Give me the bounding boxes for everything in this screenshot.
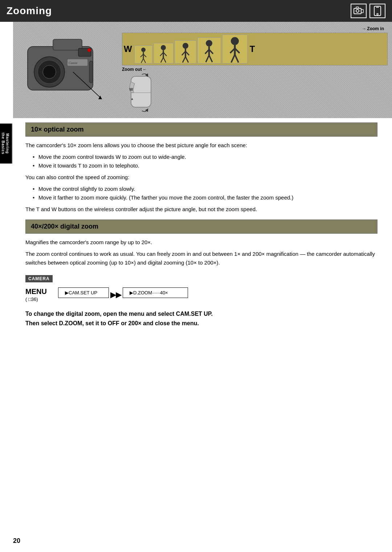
svg-point-37 bbox=[206, 40, 212, 47]
menu-box1: ▶CAM.SET UP bbox=[58, 287, 109, 298]
title-icons bbox=[351, 4, 385, 18]
svg-point-19 bbox=[141, 48, 146, 52]
content-area: 10× optical zoom The camcorder's 10× zoo… bbox=[25, 122, 377, 328]
svg-rect-8 bbox=[53, 39, 82, 50]
svg-line-36 bbox=[185, 57, 188, 63]
menu-area: MENU ( □36) ▶CAM.SET UP ▶▶ ▶D.ZOOM······… bbox=[25, 287, 377, 302]
zoom-strip-container: → Zoom in W bbox=[122, 22, 392, 118]
menu-label: MENU bbox=[25, 287, 58, 296]
sidebar-label: Mastering the Basics bbox=[0, 124, 10, 164]
svg-point-25 bbox=[161, 45, 166, 50]
camera-badge: CAMERA bbox=[25, 275, 53, 282]
svg-line-30 bbox=[163, 57, 166, 63]
svg-point-31 bbox=[183, 43, 188, 49]
figure-4 bbox=[197, 37, 221, 64]
svg-rect-6 bbox=[376, 7, 379, 8]
zoom-in-row: → Zoom in bbox=[122, 26, 388, 31]
menu-box2-text: ▶D.ZOOM······40× bbox=[130, 290, 168, 295]
svg-point-15 bbox=[87, 48, 91, 52]
svg-point-11 bbox=[43, 65, 56, 78]
bottom-instruction: To change the digital zoom, open the men… bbox=[25, 309, 377, 328]
zoom-out-label: Zoom out bbox=[122, 67, 142, 72]
svg-line-23 bbox=[141, 59, 143, 63]
w-label: W bbox=[124, 44, 132, 54]
svg-line-41 bbox=[206, 55, 209, 62]
menu-ref: ( □36) bbox=[25, 297, 38, 302]
menu-box2: ▶D.ZOOM······40× bbox=[123, 287, 188, 298]
svg-point-2 bbox=[356, 9, 359, 12]
zoom-out-row: Zoom out ← bbox=[122, 67, 388, 72]
svg-line-42 bbox=[209, 55, 212, 62]
zoom-figures-row: W T bbox=[122, 33, 388, 65]
svg-point-43 bbox=[231, 37, 239, 45]
zoom-in-arrow: → bbox=[362, 26, 366, 31]
menu-label-col: MENU ( □36) bbox=[25, 287, 58, 302]
main-image-area: Canon → Zoom in W bbox=[13, 22, 392, 118]
figure-1 bbox=[134, 45, 152, 64]
bullet-item: Move it towards T to zoom in to telephot… bbox=[33, 161, 377, 170]
section2-header: 40×/200× digital zoom bbox=[25, 219, 377, 234]
section2-para1: Magnifies the camcorder's zoom range by … bbox=[25, 238, 377, 247]
figure-3 bbox=[175, 40, 196, 64]
svg-rect-1 bbox=[356, 7, 359, 8]
section1-para3: The T and W buttons on the wireless cont… bbox=[25, 205, 377, 214]
section1-header: 10× optical zoom bbox=[25, 122, 377, 137]
zoom-in-label: Zoom in bbox=[367, 26, 384, 31]
sidebar-line2 bbox=[12, 124, 12, 164]
sidebar-label-line1: Mastering bbox=[5, 133, 9, 154]
svg-line-48 bbox=[235, 55, 238, 63]
bullet-item: Move it farther to zoom more quickly. (T… bbox=[33, 193, 377, 202]
section2-para2: The zoom control continues to work as us… bbox=[25, 250, 377, 267]
svg-text:W: W bbox=[129, 87, 133, 92]
section1-bullets2: Move the control slightly to zoom slowly… bbox=[33, 185, 377, 202]
svg-line-29 bbox=[161, 57, 163, 63]
svg-rect-16 bbox=[89, 61, 93, 83]
svg-point-5 bbox=[377, 13, 378, 15]
zoom-out-arrow: ← bbox=[143, 67, 147, 72]
figure-5 bbox=[222, 35, 248, 64]
page-title: Zooming bbox=[7, 5, 52, 17]
bullet-item: Move the control slightly to zoom slowly… bbox=[33, 185, 377, 193]
svg-line-24 bbox=[143, 59, 146, 63]
camera-illustration: Canon bbox=[17, 25, 122, 116]
section1-para1: The camcorder's 10× zoom lens allows you… bbox=[25, 141, 377, 150]
svg-line-35 bbox=[183, 57, 185, 63]
zoom-rocker-illustration: W ▲ bbox=[126, 73, 158, 113]
svg-text:Canon: Canon bbox=[69, 61, 78, 65]
figure-2 bbox=[154, 43, 173, 64]
menu-box1-text: ▶CAM.SET UP bbox=[65, 290, 97, 295]
title-bar: Zooming bbox=[0, 0, 392, 22]
section1-bullets1: Move the zoom control towards W to zoom … bbox=[33, 153, 377, 170]
section1-para2: You can also control the speed of zoomin… bbox=[25, 173, 377, 182]
sidebar-label-line2: the Basics bbox=[1, 133, 5, 154]
camera-mode-icon bbox=[351, 4, 367, 18]
phone-mode-icon bbox=[369, 4, 385, 18]
t-label: T bbox=[250, 44, 255, 54]
svg-line-47 bbox=[231, 55, 235, 63]
svg-text:▲: ▲ bbox=[130, 97, 134, 101]
page-number: 20 bbox=[13, 537, 20, 545]
menu-arrow: ▶▶ bbox=[109, 290, 123, 299]
svg-rect-49 bbox=[131, 76, 151, 107]
bullet-item: Move the zoom control towards W to zoom … bbox=[33, 153, 377, 161]
